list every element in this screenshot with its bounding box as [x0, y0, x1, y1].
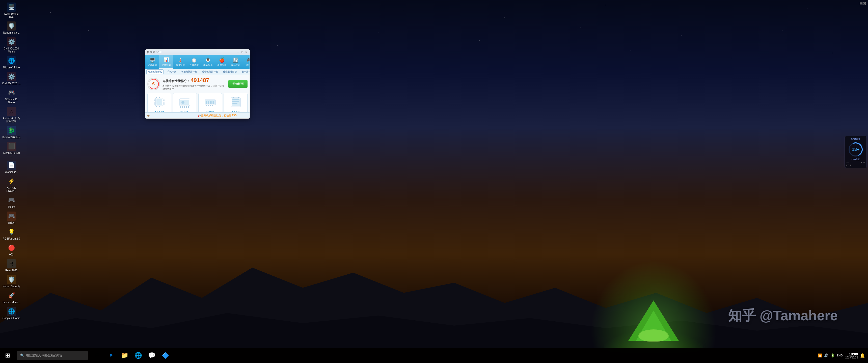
toolbar-game-hall[interactable]: 🎮 游戏厅 — [243, 55, 250, 69]
search-input[interactable] — [26, 354, 85, 357]
close-button[interactable]: ✕ — [245, 51, 248, 54]
volume-icon[interactable]: 🔊 — [824, 353, 829, 358]
file-explorer-taskbar-icon[interactable]: 📁 — [118, 349, 131, 362]
systray: 📶 🔊 🔋 ENG — [817, 353, 843, 358]
svg-point-1 — [639, 329, 669, 342]
sub-toolbar: 电脑性能测试 手机评测 学校电脑排行榜 综合性能排行榜 处理器排行榜 显卡排行榜… — [145, 69, 250, 75]
norton-install-icon: 🛡️ — [7, 22, 16, 31]
minimize-button[interactable]: ─ — [237, 51, 240, 54]
desktop-icon-ludashi[interactable]: 🐉鲁大师 游戏版天 — [1, 125, 22, 140]
desktop-icon-revit2020[interactable]: RRevit 2020 — [1, 258, 22, 273]
desktop-icon-launch-monk[interactable]: 🚀Launch Monk... — [1, 290, 22, 305]
view-optimize-label: 驱动优化 — [204, 64, 213, 67]
battery-icon[interactable]: 🔋 — [830, 353, 835, 358]
desktop-icon-steam[interactable]: 🎮Steam — [1, 194, 22, 210]
subtb-proc-rank[interactable]: 处理器排行榜 — [221, 70, 238, 74]
chrome-taskbar-icon[interactable]: 🌐 — [132, 349, 145, 362]
cpu-detail-row1: 58 2.8K — [846, 161, 865, 163]
subtb-phone-score[interactable]: 手机评测 — [165, 70, 178, 74]
taskbar: ⊞ 🔍 ⊟ e 📁 🌐 💬 🔷 📶 🔊 🔋 ENG — [0, 348, 868, 363]
windows-icon: ⊞ — [5, 352, 10, 359]
sys-update-label: 驱动更新 — [231, 64, 240, 67]
desktop-icon-norton-install[interactable]: 🛡️Norton Instal... — [1, 20, 22, 36]
svg-rect-6 — [156, 99, 162, 105]
metrics-row: 179618 ✔ 处理器性能 击败全国99%用户 — [147, 93, 248, 112]
desktop-icons-area: 🖥️Easy Setting Box🛡️Norton Instal...⚙️Ci… — [0, 0, 23, 348]
window-icon-topright: ⊟⊡ — [860, 1, 866, 6]
subtb-school-score[interactable]: 学校电脑排行榜 — [180, 70, 198, 74]
ludashi-icon: 🐉 — [7, 126, 16, 135]
zhihu-watermark: 知乎 @Tamahere — [728, 306, 838, 325]
restore-button[interactable]: □ — [241, 51, 244, 54]
toolbar-hardware-detect[interactable]: 🖥️ 硬件检测 — [145, 55, 159, 69]
metric-memory: 10980 ✔ 内存性能 击败全国85%用户 — [198, 93, 222, 112]
toolbar-view-optimize[interactable]: 👁️ 驱动优化 — [201, 55, 215, 69]
toolbar-sys-update[interactable]: 🔄 驱动更新 — [228, 55, 243, 69]
aorus-label: AORUS ENGINE — [2, 186, 21, 192]
score-gauge: ⏱ — [147, 78, 160, 90]
steam-icon: 🎮 — [7, 195, 16, 205]
desktop-icon-microsoft-edge[interactable]: 🌐Microsoft Edge — [1, 55, 22, 70]
svg-rect-40 — [212, 101, 213, 104]
wechat-taskbar-icon[interactable]: 💬 — [145, 349, 158, 362]
desktop-icon-youxi[interactable]: 🎮游戏站 — [1, 210, 22, 226]
metric-gpu: 287629 ✔ 显卡性能 击败全国77%用户 — [173, 93, 197, 112]
toolbar-perf-test[interactable]: ⏱️ 性能测试 — [187, 55, 201, 69]
desktop-icon-google-chrome[interactable]: 🌐Google Chrome — [1, 306, 22, 321]
game-hall-icon: 🎮 — [247, 57, 250, 63]
subtb-gpu-rank[interactable]: 显卡排行榜 — [240, 70, 250, 74]
language-icon[interactable]: ENG — [836, 354, 843, 358]
desktop-icon-norton-security[interactable]: 🛡️Norton Security — [1, 274, 22, 289]
window-titlebar[interactable]: 鲁大师 5.19 ─ □ ✕ — [145, 50, 250, 55]
clock[interactable]: 18:00 2019/12/22 — [845, 352, 858, 359]
start-evaluation-button[interactable]: 开始评测 — [228, 80, 248, 88]
task-view-button[interactable]: ⊟ — [91, 349, 104, 362]
svg-rect-29 — [181, 101, 184, 104]
network-icon[interactable]: 📶 — [817, 353, 823, 358]
memory-value: 10980 — [207, 110, 214, 112]
search-bar[interactable]: 🔍 — [17, 351, 88, 360]
desktop-icon-icon001[interactable]: 🔴001 — [1, 242, 22, 258]
desktop-icon-aorus[interactable]: ⚡AORUS ENGINE — [1, 176, 22, 194]
extra-taskbar-icon[interactable]: 🔷 — [159, 349, 172, 362]
revit2020-icon: R — [7, 259, 16, 268]
start-menu-button[interactable]: ⊞ — [0, 348, 15, 363]
cpu-widget-unit: CPU温度 — [846, 158, 865, 161]
desktop-icon-civil3d-2020b[interactable]: ⚙️Civil 3D 2020 I... — [1, 71, 22, 86]
cpu-circle — [152, 95, 166, 109]
toolbar-hardware-score[interactable]: 📊 硬件评测 — [159, 55, 173, 69]
wechat-icon: 💬 — [148, 352, 156, 359]
desktop-icon-rgbfusion[interactable]: 💡RGBFusion 2.0 — [1, 226, 22, 242]
desktop-icon-civil3d-2020[interactable]: ⚙️Civil 3D 2020 Metric — [1, 36, 22, 55]
svg-rect-37 — [206, 101, 207, 104]
hardware-score-label: 硬件评测 — [162, 63, 171, 67]
score-value: 491487 — [190, 77, 209, 83]
subtb-comprehensive[interactable]: 综合性能排行榜 — [200, 70, 219, 74]
norton-security-icon: 🛡️ — [7, 275, 16, 284]
gpu-value: 287629 — [180, 110, 189, 112]
microsoft-edge-icon: 🌐 — [7, 56, 16, 65]
svg-rect-50 — [232, 101, 239, 102]
extra-icon: 🔷 — [162, 352, 169, 359]
3dmark-label: 3DMark 11 Demo — [2, 98, 21, 104]
desktop-icon-easy-setting-box[interactable]: 🖥️Easy Setting Box — [1, 1, 22, 20]
score-desc: 本电脑可以流畅运行大型游戏及各种发烧级外设，超越了全国97%的用户 — [162, 84, 226, 91]
svg-text:⏱: ⏱ — [152, 82, 155, 86]
desktop-icon-autodesk-app[interactable]: △Autodesk 桌 面应用程序 — [1, 106, 22, 124]
civil3d-2020-icon: ⚙️ — [7, 37, 16, 47]
notification-icon[interactable]: 🔔 — [860, 353, 865, 358]
autocad-label: AutoCAD 2020 ... — [2, 152, 21, 158]
desktop-icon-3dmark[interactable]: 🎮3DMark 11 Demo — [1, 87, 22, 105]
desktop-icon-workshare[interactable]: 📄Workshar... — [1, 159, 22, 175]
icon001-label: 001 — [9, 253, 13, 256]
desktop-icon-autocad[interactable]: ⬛AutoCAD 2020 ... — [1, 141, 22, 159]
icon001-icon: 🔴 — [7, 243, 16, 252]
perf-test-label: 性能测试 — [189, 64, 198, 67]
subtb-pc-score[interactable]: 电脑性能测试 — [146, 69, 163, 74]
toolbar-system-opt[interactable]: 🍎 清理优化 — [215, 55, 228, 69]
hardware-score-icon: 📊 — [163, 57, 169, 63]
norton-security-label: Norton Security — [3, 285, 20, 288]
edge-taskbar-icon[interactable]: e — [104, 349, 118, 362]
bottom-avatar: 🐵 — [147, 114, 197, 117]
toolbar-temp-monitor[interactable]: 🌡️ 温度管理 — [173, 55, 187, 69]
